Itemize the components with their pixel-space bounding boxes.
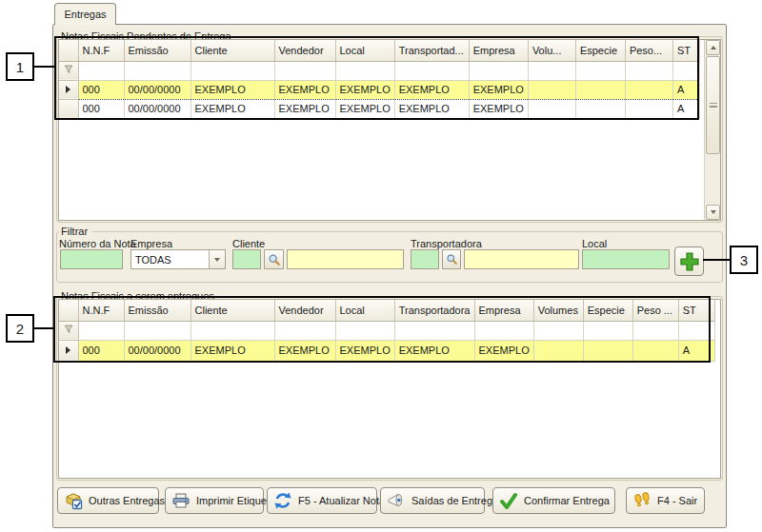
cell-local[interactable]: EXEMPLO <box>335 340 394 361</box>
empresa-dropdown-button[interactable] <box>209 250 225 268</box>
col-local[interactable]: Local <box>335 40 394 61</box>
cell-st[interactable]: A <box>672 99 699 118</box>
filter-cell[interactable] <box>394 61 469 80</box>
col-empresa[interactable]: Empresa <box>474 300 533 321</box>
cell-transportadora[interactable]: EXEMPLO <box>394 99 469 118</box>
cell-emissao[interactable]: 00/00/0000 <box>124 340 190 361</box>
scroll-up-button[interactable] <box>706 40 720 55</box>
filter-cell[interactable] <box>625 61 672 80</box>
filter-cell[interactable] <box>190 61 274 80</box>
cell-transportadora[interactable]: EXEMPLO <box>394 340 474 361</box>
cell-local[interactable]: EXEMPLO <box>335 99 394 118</box>
add-to-delivery-button[interactable] <box>674 246 704 276</box>
cell-nnf[interactable]: 000 <box>78 80 124 99</box>
col-cliente[interactable]: Cliente <box>190 40 274 61</box>
atualizar-notas-button[interactable]: F5 - Atualizar Notas <box>267 487 377 514</box>
cell-emissao[interactable]: 00/00/0000 <box>124 99 190 118</box>
cell-nnf[interactable]: 000 <box>78 99 124 118</box>
filter-cell[interactable] <box>678 321 714 340</box>
cell-vendedor[interactable]: EXEMPLO <box>274 80 335 99</box>
cell-cliente[interactable]: EXEMPLO <box>190 340 274 361</box>
cell-peso[interactable] <box>632 340 678 361</box>
col-vendedor[interactable]: Vendedor <box>274 40 335 61</box>
col-transportadora[interactable]: Transportadora <box>394 300 474 321</box>
tab-entregas[interactable]: Entregas <box>54 3 116 25</box>
col-emissao[interactable]: Emissão <box>124 300 190 321</box>
filter-cell[interactable] <box>528 61 575 80</box>
row-selector[interactable] <box>59 340 78 361</box>
col-nnf[interactable]: N.N.F <box>78 300 124 321</box>
cell-emissao[interactable]: 00/00/0000 <box>124 80 190 99</box>
col-volumes[interactable]: Volumes <box>533 300 583 321</box>
outras-entregas-button[interactable]: Outras Entregas <box>57 487 159 514</box>
filter-cell[interactable] <box>533 321 583 340</box>
cliente-name-input[interactable] <box>287 249 404 269</box>
filter-cell[interactable] <box>274 321 335 340</box>
filter-cell[interactable] <box>394 321 474 340</box>
filter-cell[interactable] <box>190 321 274 340</box>
local-input[interactable] <box>582 249 670 269</box>
filter-cell[interactable] <box>78 321 124 340</box>
cell-empresa[interactable]: EXEMPLO <box>469 80 528 99</box>
filter-cell[interactable] <box>672 61 699 80</box>
col-vendedor[interactable]: Vendedor <box>274 300 335 321</box>
cell-st[interactable]: A <box>678 340 714 361</box>
filter-cell[interactable] <box>124 61 190 80</box>
col-st[interactable]: ST <box>672 40 699 61</box>
cell-st[interactable]: A <box>672 80 699 99</box>
col-volumes[interactable]: Volu... <box>528 40 575 61</box>
cell-peso[interactable] <box>625 80 672 99</box>
col-cliente[interactable]: Cliente <box>190 300 274 321</box>
col-peso[interactable]: Peso ... <box>632 300 678 321</box>
confirmar-entrega-button[interactable]: Confirmar Entrega <box>492 487 615 514</box>
cell-peso[interactable] <box>625 99 672 118</box>
filter-cell[interactable] <box>335 61 394 80</box>
cell-cliente[interactable]: EXEMPLO <box>190 80 274 99</box>
col-especie[interactable]: Especie <box>583 300 632 321</box>
col-especie[interactable]: Especie <box>575 40 625 61</box>
cell-vendedor[interactable]: EXEMPLO <box>274 99 335 118</box>
numero-nota-input[interactable] <box>60 249 123 269</box>
filter-cell[interactable] <box>335 321 394 340</box>
cell-volumes[interactable] <box>528 80 575 99</box>
col-peso[interactable]: Peso... <box>625 40 672 61</box>
cell-nnf[interactable]: 000 <box>78 340 124 361</box>
col-transportadora[interactable]: Transportad... <box>394 40 469 61</box>
cliente-search-button[interactable] <box>264 249 284 269</box>
filter-cell[interactable] <box>469 61 528 80</box>
filter-cell[interactable] <box>274 61 335 80</box>
filter-cell[interactable] <box>583 321 632 340</box>
cell-cliente[interactable]: EXEMPLO <box>190 99 274 118</box>
row-selector[interactable] <box>59 99 78 118</box>
col-st[interactable]: ST <box>678 300 714 321</box>
filter-cell[interactable] <box>78 61 124 80</box>
cell-local[interactable]: EXEMPLO <box>335 80 394 99</box>
vertical-scrollbar[interactable] <box>704 40 720 220</box>
col-empresa[interactable]: Empresa <box>469 40 528 61</box>
cell-volumes[interactable] <box>528 99 575 118</box>
cell-empresa[interactable]: EXEMPLO <box>474 340 533 361</box>
cell-vendedor[interactable]: EXEMPLO <box>274 340 335 361</box>
cliente-code-input[interactable] <box>232 249 261 269</box>
cell-especie[interactable] <box>583 340 632 361</box>
col-emissao[interactable]: Emissão <box>124 40 190 61</box>
transportadora-search-button[interactable] <box>442 249 461 269</box>
cell-transportadora[interactable]: EXEMPLO <box>394 80 469 99</box>
imprimir-etiqueta-button[interactable]: Imprimir Etiqueta <box>165 487 264 514</box>
col-nnf[interactable]: N.N.F <box>78 40 124 61</box>
transportadora-code-input[interactable] <box>411 249 439 269</box>
row-selector[interactable] <box>59 80 78 99</box>
scrollbar-thumb[interactable] <box>706 56 720 154</box>
filter-cell[interactable] <box>632 321 678 340</box>
sair-button[interactable]: F4 - Sair <box>626 487 705 514</box>
filter-cell[interactable] <box>575 61 625 80</box>
empresa-select[interactable]: TODAS <box>130 249 226 269</box>
cell-especie[interactable] <box>575 99 625 118</box>
filter-cell[interactable] <box>124 321 190 340</box>
cell-especie[interactable] <box>575 80 625 99</box>
cell-volumes[interactable] <box>533 340 583 361</box>
filter-cell[interactable] <box>474 321 533 340</box>
scroll-down-button[interactable] <box>706 205 720 220</box>
col-local[interactable]: Local <box>335 300 394 321</box>
cell-empresa[interactable]: EXEMPLO <box>469 99 528 118</box>
